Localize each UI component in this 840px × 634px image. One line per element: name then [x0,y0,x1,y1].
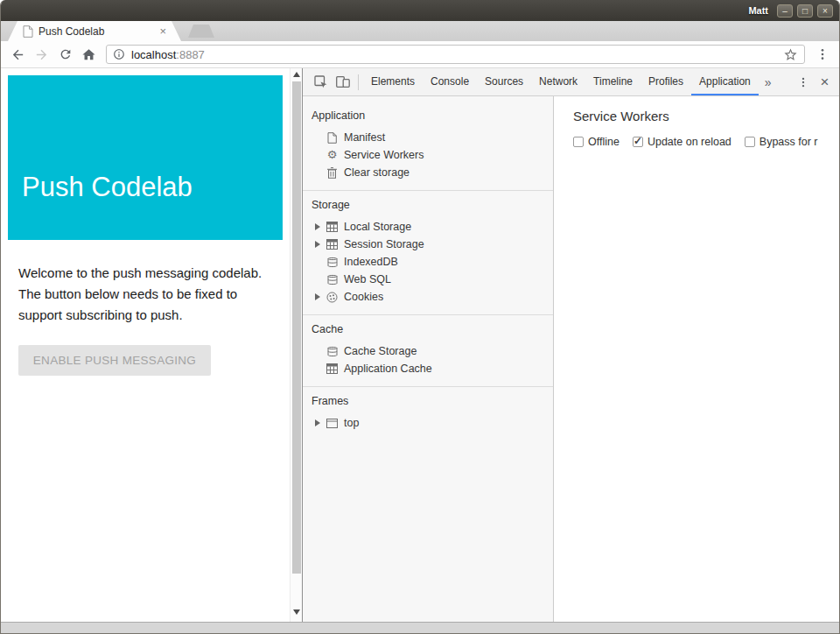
url-host: localhost [131,48,176,61]
window-content: Push Codelab Welcome to the push messagi… [1,68,839,622]
forward-button[interactable] [30,43,53,66]
devtools-close-icon[interactable]: × [814,71,836,93]
page-viewport: Push Codelab Welcome to the push messagi… [1,68,290,622]
checkbox-label: Bypass for r [760,136,818,148]
bookmark-star-icon[interactable] [783,47,798,62]
browser-window: Matt – □ × Push Codelab × [0,0,840,634]
window-bottom-edge [1,622,839,634]
home-button[interactable] [77,43,101,66]
sidebar-item-cookies[interactable]: Cookies [303,288,553,306]
sidebar-item-application-cache[interactable]: Application Cache [303,360,553,377]
browser-toolbar: localhost:8887 [1,41,839,68]
device-toolbar-icon[interactable] [332,71,354,93]
sidebar-item-label: Manifest [344,131,385,144]
maximize-button[interactable]: □ [797,4,813,18]
new-tab-button[interactable] [188,25,214,38]
page-favicon-icon [23,25,33,38]
cookie-icon [325,292,340,303]
devtools-tab-console[interactable]: Console [423,68,477,95]
chevron-double-right-icon[interactable]: » [759,75,778,89]
devtools-tab-elements[interactable]: Elements [363,68,423,95]
sidebar-item-label: Local Storage [344,221,411,233]
bypass-for-network-checkbox[interactable]: Bypass for r [745,136,818,148]
page-title: Push Codelab [22,172,192,203]
sidebar-item-top-frame[interactable]: top [303,414,553,432]
sidebar-section-application: Application Manifest ⚙ Service Workers [303,102,553,191]
reload-button[interactable] [53,43,77,66]
sidebar-item-indexeddb[interactable]: IndexedDB [303,253,553,271]
page-info-icon[interactable] [113,48,125,60]
sidebar-item-service-workers[interactable]: ⚙ Service Workers [303,146,553,164]
service-workers-options: Offline Update on reload Bypass for r [573,136,825,148]
sidebar-section-storage: Storage Local Storage [303,191,553,315]
database-icon [325,346,340,357]
checkbox-label: Update on reload [648,136,732,148]
scroll-down-icon[interactable] [293,609,300,615]
address-bar[interactable]: localhost:8887 [106,45,805,64]
service-workers-pane: Service Workers Offline Update on reload [554,96,839,622]
page-paragraph: Welcome to the push messaging codelab. T… [18,263,277,326]
inspect-element-icon[interactable] [310,71,332,93]
toolbar-separator [358,74,359,90]
table-icon [325,239,340,250]
devtools-tab-application[interactable]: Application [691,68,759,95]
section-title-cache: Cache [303,319,553,342]
sidebar-item-web-sql[interactable]: Web SQL [303,271,553,288]
checkbox-label: Offline [588,136,620,148]
scrollbar-thumb[interactable] [292,81,301,574]
sidebar-section-cache: Cache Cache Storage [303,315,553,387]
page-scrollbar[interactable] [290,68,302,622]
devtools-tab-timeline[interactable]: Timeline [585,68,640,95]
url-port: :8887 [176,48,205,61]
devtools-toolbar: Elements Console Sources Network Timelin… [303,68,839,96]
minimize-button[interactable]: – [777,4,793,18]
close-button[interactable]: × [817,4,833,18]
sidebar-item-session-storage[interactable]: Session Storage [303,236,553,253]
application-sidebar: Application Manifest ⚙ Service Workers [303,96,554,622]
pane-title: Service Workers [573,109,825,123]
section-title-storage: Storage [303,194,553,218]
expand-triangle-icon[interactable] [315,241,325,248]
enable-push-button[interactable]: ENABLE PUSH MESSAGING [18,345,211,376]
tab-title: Push Codelab [38,25,159,38]
sidebar-item-label: IndexedDB [344,256,398,268]
page-hero: Push Codelab [8,75,283,240]
devtools-tab-network[interactable]: Network [531,68,585,95]
tab-close-icon[interactable]: × [159,25,166,37]
tab-strip: Push Codelab × [1,21,839,41]
checkbox-box[interactable] [633,137,643,147]
trash-icon [325,167,340,179]
sidebar-item-clear-storage[interactable]: Clear storage [303,164,553,181]
url-text: localhost:8887 [131,48,783,61]
database-icon [325,274,340,285]
frame-icon [325,419,340,428]
back-button[interactable] [6,43,30,66]
expand-triangle-icon[interactable] [315,223,325,230]
devtools-tab-profiles[interactable]: Profiles [640,68,691,95]
gear-icon: ⚙ [325,149,340,161]
offline-checkbox[interactable]: Offline [573,136,620,148]
sidebar-item-manifest[interactable]: Manifest [303,129,553,146]
browser-tab[interactable]: Push Codelab × [8,21,181,41]
database-icon [325,257,340,268]
devtools-toolbar-right: × [792,71,836,93]
browser-menu-icon[interactable] [810,43,834,66]
sidebar-item-local-storage[interactable]: Local Storage [303,218,553,236]
table-icon [325,363,340,374]
sidebar-item-label: Clear storage [344,166,410,179]
expand-triangle-icon[interactable] [315,419,325,426]
scroll-up-icon[interactable] [293,72,300,77]
expand-triangle-icon[interactable] [315,293,325,300]
document-icon [325,132,340,144]
sidebar-item-cache-storage[interactable]: Cache Storage [303,342,553,360]
sidebar-item-label: Cache Storage [344,345,416,357]
kebab-menu-icon[interactable] [792,71,814,93]
sidebar-item-label: Application Cache [344,363,432,375]
checkbox-box[interactable] [573,137,584,147]
checkbox-box[interactable] [745,137,755,147]
sidebar-item-label: Service Workers [344,149,424,161]
update-on-reload-checkbox[interactable]: Update on reload [633,136,732,148]
table-icon [325,222,340,232]
section-title-application: Application [303,105,553,129]
devtools-tab-sources[interactable]: Sources [477,68,531,95]
